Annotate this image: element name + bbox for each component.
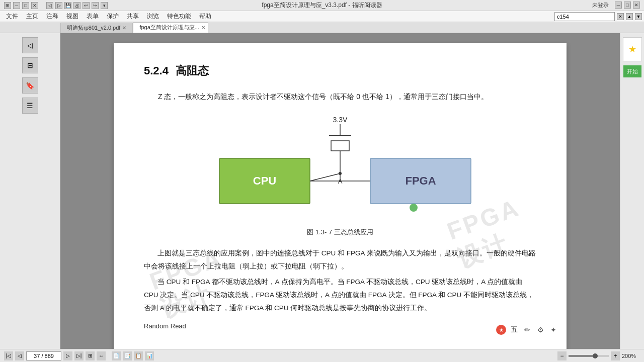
- zoom-slider-thumb[interactable]: [593, 353, 598, 358]
- zoom-out-btn[interactable]: −: [557, 351, 567, 360]
- section-title: 5.2.4 高阻态: [144, 63, 536, 78]
- more-btn[interactable]: ▾: [101, 2, 108, 9]
- main-layout: ◁ ⊟ 🔖 ☰ 5.2.4 高阻态 Z 态，一般称之为高阻态，表示设计者不驱动这…: [0, 33, 644, 349]
- zoom-slider-track[interactable]: [569, 355, 609, 357]
- paragraph-1: Z 态，一般称之为高阻态，表示设计者不驱动这个信号（既不给 0 也不给 1），通…: [144, 90, 536, 103]
- svg-text:FPGA: FPGA: [405, 174, 436, 187]
- menu-view[interactable]: 视图: [62, 11, 83, 22]
- tab-close-btn1[interactable]: ✕: [122, 25, 126, 31]
- first-page-btn[interactable]: |◁: [4, 351, 13, 360]
- close-window-btn[interactable]: ✕: [633, 2, 640, 9]
- menu-features[interactable]: 特色功能: [163, 11, 195, 22]
- pdf-container[interactable]: 5.2.4 高阻态 Z 态，一般称之为高阻态，表示设计者不驱动这个信号（既不给 …: [60, 33, 620, 349]
- fit-width-btn[interactable]: ↔: [97, 351, 106, 360]
- next-page-btn[interactable]: ▷: [63, 351, 72, 360]
- svg-line-11: [310, 173, 340, 181]
- menu-help[interactable]: 帮助: [195, 11, 215, 22]
- menu-file[interactable]: 文件: [2, 11, 22, 22]
- undo-btn[interactable]: ↩: [83, 2, 90, 9]
- paragraph-2: 上图就是三态总线的应用案例，图中的连接总线对于 CPU 和 FPGA 来说既为输…: [144, 247, 536, 273]
- nav-btn1[interactable]: ◁: [46, 2, 53, 9]
- page-navigation: |◁ ◁ ▷ ▷| ⊞ ↔: [4, 351, 106, 360]
- menu-browse[interactable]: 浏览: [143, 11, 163, 22]
- maximize-window-btn[interactable]: □: [624, 2, 631, 9]
- search-input[interactable]: [554, 12, 615, 21]
- title-bar-controls-left: ⊞ ─ □ ✕ ◁ ▷ 💾 🖨 ↩ ↪ ▾: [4, 2, 108, 9]
- facing-continuous-btn[interactable]: 📊: [145, 351, 154, 360]
- paragraph-3: 当 CPU 和 FPGA 都不驱动该总线时，A 点保持为高电平。当 FPGA 不…: [144, 276, 536, 314]
- minimize-window-btn[interactable]: ─: [615, 2, 622, 9]
- tab-file1[interactable]: 明迪拓rp801_v2.0.pdf ✕: [60, 23, 133, 33]
- left-sidebar: ◁ ⊟ 🔖 ☰: [0, 33, 60, 349]
- zoom-control: − + 200%: [557, 351, 640, 360]
- ann-tool2[interactable]: ✏: [522, 325, 532, 335]
- svg-rect-3: [331, 141, 349, 151]
- zoom-slider-fill: [569, 355, 593, 357]
- prev-page-btn[interactable]: ◁: [15, 351, 24, 360]
- pdf-page: 5.2.4 高阻态 Z 态，一般称之为高阻态，表示设计者不驱动这个信号（既不给 …: [114, 43, 567, 349]
- sidebar-layers-btn[interactable]: ☰: [22, 98, 38, 114]
- tab-file2[interactable]: fpga至简设计原理与应... ✕: [133, 22, 208, 33]
- close-btn[interactable]: ✕: [31, 2, 38, 9]
- diagram-caption: 图 1.3- 7 三态总线应用: [307, 228, 373, 237]
- diagram-container: 3.3V A CPU: [144, 113, 536, 237]
- minimize-btn[interactable]: ─: [13, 2, 20, 9]
- search-clear-btn[interactable]: ✕: [617, 13, 624, 20]
- ann-tool4[interactable]: ✦: [548, 325, 558, 335]
- right-panel-card[interactable]: ★: [623, 37, 642, 61]
- menu-bar: 文件 主页 注释 视图 表单 保护 共享 浏览 特色功能 帮助 ✕ ▲ ▼: [0, 11, 644, 22]
- zoom-level: 200%: [622, 353, 640, 359]
- ann-highlight-btn[interactable]: ★: [496, 325, 506, 335]
- window-title: fpga至简设计原理与应_v3.3.pdf - 福昕阅读器: [262, 1, 382, 10]
- menu-annotate[interactable]: 注释: [42, 11, 62, 22]
- page-number-input[interactable]: [26, 351, 61, 360]
- random-read-text: Random Read: [144, 322, 536, 330]
- redo-btn[interactable]: ↪: [92, 2, 99, 9]
- save-quick-btn[interactable]: 💾: [64, 2, 71, 9]
- tab-close-btn2[interactable]: ✕: [201, 25, 205, 30]
- fit-page-btn[interactable]: ⊞: [86, 351, 95, 360]
- user-status: 未登录: [592, 2, 609, 9]
- svg-point-14: [410, 204, 418, 212]
- ann-tool1[interactable]: 五: [509, 325, 519, 335]
- sidebar-thumbnail-btn[interactable]: ⊟: [22, 57, 38, 73]
- title-bar-controls-right[interactable]: 未登录 ─ □ ✕: [592, 2, 640, 9]
- sidebar-bookmark-btn[interactable]: 🔖: [22, 77, 38, 94]
- view-mode-btns: 📄 📑 📋 📊: [112, 351, 154, 360]
- menu-share[interactable]: 共享: [123, 11, 143, 22]
- app-icon: ⊞: [4, 2, 11, 9]
- print-quick-btn[interactable]: 🖨: [73, 2, 80, 9]
- tab-bar: 明迪拓rp801_v2.0.pdf ✕ fpga至简设计原理与应... ✕: [0, 22, 644, 33]
- section-number: 5.2.4: [144, 64, 169, 77]
- status-bar: |◁ ◁ ▷ ▷| ⊞ ↔ 📄 📑 📋 📊 − + 200%: [0, 349, 644, 362]
- restore-btn[interactable]: □: [22, 2, 29, 9]
- facing-btn[interactable]: 📋: [134, 351, 143, 360]
- search-next-btn[interactable]: ▼: [635, 13, 642, 20]
- nav-btn2[interactable]: ▷: [55, 2, 62, 9]
- search-prev-btn[interactable]: ▲: [626, 13, 633, 20]
- menu-home[interactable]: 主页: [22, 11, 42, 22]
- continuous-btn[interactable]: 📑: [123, 351, 132, 360]
- annotation-toolbar: ★ 五 ✏ ⚙ ✦: [496, 325, 558, 335]
- sidebar-toggle-btn[interactable]: ◁: [22, 37, 38, 53]
- circuit-diagram: 3.3V A CPU: [189, 113, 491, 224]
- ann-tool3[interactable]: ⚙: [535, 325, 545, 335]
- search-area: ✕ ▲ ▼: [554, 12, 642, 21]
- title-bar: ⊞ ─ □ ✕ ◁ ▷ 💾 🖨 ↩ ↪ ▾ fpga至简设计原理与应_v3.3.…: [0, 0, 644, 11]
- start-button[interactable]: 开始: [623, 65, 641, 77]
- section-title-text: 高阻态: [176, 64, 209, 77]
- single-page-btn[interactable]: 📄: [112, 351, 121, 360]
- zoom-in-btn[interactable]: +: [611, 351, 620, 360]
- menu-form[interactable]: 表单: [83, 11, 103, 22]
- right-panel: ★ 开始: [620, 33, 644, 349]
- menu-protect[interactable]: 保护: [103, 11, 123, 22]
- last-page-btn[interactable]: ▷|: [74, 351, 84, 360]
- svg-text:CPU: CPU: [253, 174, 276, 187]
- svg-text:3.3V: 3.3V: [333, 116, 348, 124]
